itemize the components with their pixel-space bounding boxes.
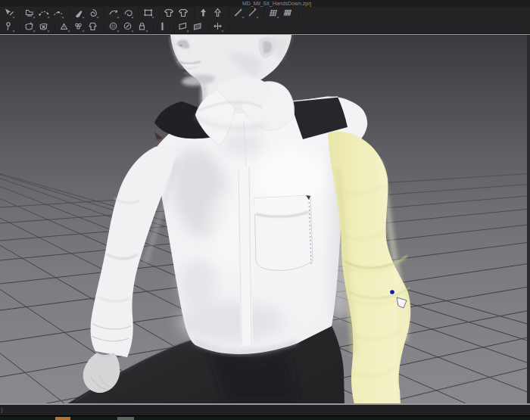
cloth-swirl-icon[interactable]: .s{stroke:#a6a6aa;fill:none;stroke-width… — [122, 8, 136, 19]
fabric-pin-icon[interactable]: .s{stroke:#a6a6aa;fill:none;stroke-width… — [23, 21, 37, 33]
buttonhole-tool-icon[interactable]: .s{stroke:#a6a6aa;fill:none;stroke-width… — [122, 21, 136, 33]
tack-knot-icon[interactable]: .s{stroke:#a6a6aa;fill:none;stroke-width… — [73, 21, 86, 33]
sewing-machine-icon[interactable]: .s{stroke:#a6a6aa;fill:none;stroke-width… — [23, 8, 37, 19]
measure-line-icon[interactable]: .s{stroke:#a6a6aa;fill:none;stroke-width… — [247, 8, 260, 19]
transform-pattern-icon[interactable]: .s{stroke:#a6a6aa;fill:none;stroke-width… — [3, 8, 17, 19]
toolbar-group: .s{stroke:#a6a6aa;fill:none;stroke-width… — [70, 8, 104, 19]
main-toolbar: .s{stroke:#a6a6aa;fill:none;stroke-width… — [0, 7, 530, 33]
toolbar-group: .s{stroke:#a6a6aa;fill:none;stroke-width… — [20, 8, 70, 19]
edit-sewing-2-icon[interactable]: .s{stroke:#a6a6aa;fill:none;stroke-width… — [52, 8, 66, 19]
viewport-right-border — [527, 35, 530, 403]
toolbar-group: .s{stroke:#a6a6aa;fill:none;stroke-width… — [139, 8, 160, 19]
edit-sewing-icon[interactable]: .s{stroke:#a6a6aa;fill:none;stroke-width… — [38, 8, 51, 19]
grid-uv-icon[interactable]: .s{stroke:#a6a6aa;fill:none;stroke-width… — [267, 8, 281, 19]
trace-curve-icon[interactable]: .s{stroke:#a6a6aa;fill:none;stroke-width… — [108, 8, 121, 19]
arrow-up-solid-icon[interactable]: .s{stroke:#a6a6aa;fill:none;stroke-width… — [198, 8, 211, 19]
3d-viewport[interactable] — [0, 35, 530, 403]
white-sleeve — [91, 146, 176, 357]
flatten-panel-2-icon[interactable]: .s{stroke:#a6a6aa;fill:none;stroke-width… — [192, 21, 205, 33]
grid-texture-icon[interactable]: .s{stroke:#a6a6aa;fill:none;stroke-width… — [282, 8, 295, 19]
arrow-up-outline-icon[interactable]: .s{stroke:#a6a6aa;fill:none;stroke-width… — [212, 8, 226, 19]
window-title: MD_Mil_Sit_HandsDown.zprj — [242, 0, 311, 7]
bottom-panel-bar[interactable]: ) — [0, 403, 530, 415]
toolbar-group: .s{stroke:#a6a6aa;fill:none;stroke-width… — [264, 8, 299, 19]
toolbar-row-2: .s{stroke:#a6a6aa;fill:none;stroke-width… — [0, 20, 530, 33]
toolbar-group: .s{stroke:#a6a6aa;fill:none;stroke-width… — [0, 8, 20, 19]
sleeve-pin-dot[interactable] — [390, 290, 394, 294]
button-sew-icon[interactable]: .s{stroke:#a6a6aa;fill:none;stroke-width… — [136, 21, 150, 33]
zipper-tool-icon[interactable]: .s{stroke:#a6a6aa;fill:none;stroke-width… — [157, 21, 170, 33]
fold-arrangement-icon[interactable]: .s{stroke:#a6a6aa;fill:none;stroke-width… — [58, 21, 72, 33]
toolbar-group: .s{stroke:#a6a6aa;fill:none;stroke-width… — [174, 21, 209, 33]
toolbar-group: .s{stroke:#a6a6aa;fill:none;stroke-width… — [104, 21, 154, 33]
seam-taping-icon[interactable]: .s{stroke:#a6a6aa;fill:none;stroke-width… — [212, 21, 226, 33]
shirt-front-icon[interactable]: .s{stroke:#a6a6aa;fill:none;stroke-width… — [163, 8, 176, 19]
timeline-clip-orange[interactable] — [55, 417, 70, 420]
title-bar: MD_Mil_Sit_HandsDown.zprj — [0, 0, 530, 7]
toolbar-group: .s{stroke:#a6a6aa;fill:none;stroke-width… — [160, 8, 195, 19]
flatten-panel-icon[interactable]: .s{stroke:#a6a6aa;fill:none;stroke-width… — [177, 21, 191, 33]
avatar-figure — [0, 35, 530, 403]
timeline-strip[interactable] — [0, 415, 530, 420]
toolbar-group: .s{stroke:#a6a6aa;fill:none;stroke-width… — [20, 21, 55, 33]
marvelous-designer-window: { "window": {"title": "MD_Mil_Sit_HandsD… — [0, 0, 530, 420]
toolbar-group: .s{stroke:#a6a6aa;fill:none;stroke-width… — [0, 21, 20, 33]
toolbar-group: .s{stroke:#a6a6aa;fill:none;stroke-width… — [104, 8, 139, 19]
shirt-back-icon[interactable]: .s{stroke:#a6a6aa;fill:none;stroke-width… — [177, 8, 191, 19]
toolbar-row-1: .s{stroke:#a6a6aa;fill:none;stroke-width… — [0, 7, 530, 20]
toolbar-group: .s{stroke:#a6a6aa;fill:none;stroke-width… — [209, 21, 229, 33]
toolbar-group: .s{stroke:#a6a6aa;fill:none;stroke-width… — [154, 21, 174, 33]
pin-tool-icon[interactable]: .s{stroke:#a6a6aa;fill:none;stroke-width… — [3, 21, 17, 33]
timeline-clip-gray[interactable] — [117, 417, 134, 420]
panel-collapse-chevron[interactable]: ) — [1, 407, 3, 413]
toolbar-group: .s{stroke:#a6a6aa;fill:none;stroke-width… — [229, 8, 264, 19]
toolbar-group: .s{stroke:#a6a6aa;fill:none;stroke-width… — [55, 21, 104, 33]
toolbar-group: .s{stroke:#a6a6aa;fill:none;stroke-width… — [195, 8, 229, 19]
pattern-box-icon[interactable]: .s{stroke:#a6a6aa;fill:none;stroke-width… — [142, 8, 156, 19]
garment-fit-icon[interactable]: .s{stroke:#a6a6aa;fill:none;stroke-width… — [87, 21, 101, 33]
button-tool-icon[interactable]: .s{stroke:#a6a6aa;fill:none;stroke-width… — [108, 21, 121, 33]
pen-tool-icon[interactable]: .s{stroke:#a6a6aa;fill:none;stroke-width… — [73, 8, 86, 19]
fabric-remove-icon[interactable]: .s{stroke:#a6a6aa;fill:none;stroke-width… — [38, 21, 51, 33]
measure-edge-icon[interactable]: .s{stroke:#a6a6aa;fill:none;stroke-width… — [232, 8, 246, 19]
dart-tool-icon[interactable]: .s{stroke:#a6a6aa;fill:none;stroke-width… — [87, 8, 101, 19]
